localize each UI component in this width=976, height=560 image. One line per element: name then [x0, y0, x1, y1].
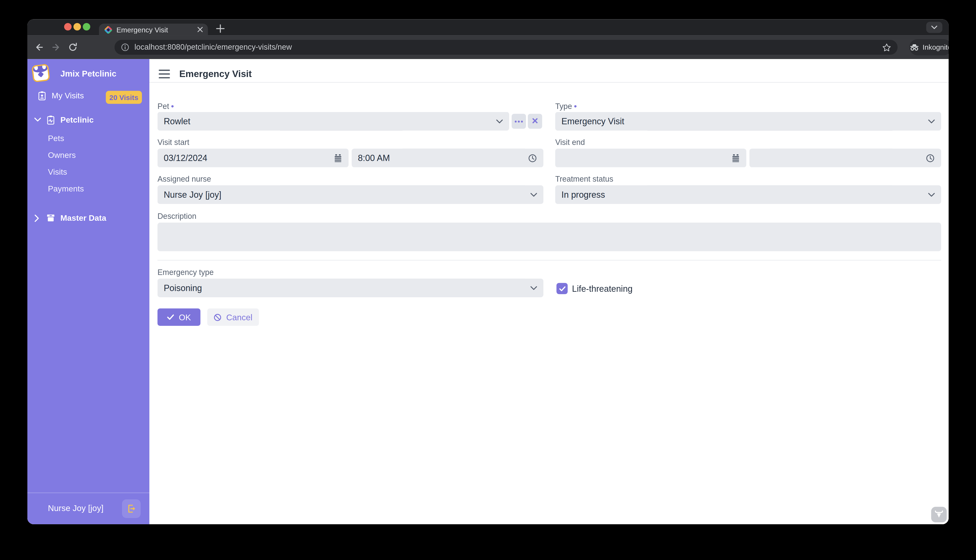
type-field-label: Type•: [555, 101, 577, 111]
pet-clear-button[interactable]: ✕: [528, 114, 542, 128]
app-brand: Jmix Petclinic: [60, 69, 116, 78]
jmix-favicon-icon: [104, 25, 112, 33]
pet-lookup-button[interactable]: [511, 114, 526, 128]
sidebar: Jmix Petclinic My Visits 20 Visits: [27, 59, 149, 524]
ellipsis-icon: [515, 120, 523, 122]
logout-icon: [126, 503, 136, 513]
tab-strip: Emergency Visit: [27, 19, 949, 35]
page-title: Emergency Visit: [179, 68, 252, 79]
description-textarea[interactable]: [157, 223, 941, 251]
visit-start-date-value: 03/12/2024: [164, 153, 334, 163]
visit-end-date-input[interactable]: [555, 148, 746, 167]
clock-icon: [528, 153, 537, 163]
archive-box-icon: [46, 213, 55, 223]
ban-icon: [214, 313, 222, 321]
forward-icon[interactable]: [51, 42, 61, 52]
url-bar[interactable]: localhost:8080/petclinic/emergency-visit…: [115, 40, 897, 55]
treatment-status-value: In progress: [562, 190, 928, 199]
screenshot-stage: Emergency Visit: [0, 0, 976, 560]
pet-field-label: Pet•: [157, 101, 174, 111]
sidebar-group-master-data[interactable]: Master Data: [34, 210, 106, 226]
life-threatening-checkbox[interactable]: [557, 283, 568, 294]
check-icon: [558, 286, 566, 291]
bookmark-star-icon[interactable]: [882, 43, 891, 52]
sidebar-group-petclinic[interactable]: Petclinic: [34, 111, 94, 128]
description-label: Description: [157, 212, 196, 221]
sidebar-group-label: Petclinic: [60, 115, 94, 124]
visit-end-time-input[interactable]: [750, 148, 941, 167]
pet-value: Rowlet: [164, 117, 496, 126]
new-tab-button[interactable]: [214, 22, 227, 35]
chevron-down-icon: [928, 119, 935, 123]
clock-icon: [926, 153, 935, 163]
calendar-icon: [731, 153, 740, 163]
calendar-icon: [334, 153, 342, 163]
chevron-down-icon: [34, 118, 41, 122]
back-icon[interactable]: [34, 42, 44, 52]
incognito-icon: [909, 43, 919, 51]
emergency-type-label: Emergency type: [157, 268, 214, 277]
tab-title: Emergency Visit: [117, 26, 193, 33]
form-section-divider: [157, 260, 941, 260]
tab-search-button[interactable]: [926, 22, 943, 33]
chevron-down-icon: [928, 192, 935, 197]
assigned-nurse-value: Nurse Joy [joy]: [164, 190, 530, 199]
clear-icon: ✕: [531, 117, 538, 125]
sidebar-group-label: Master Data: [60, 213, 106, 223]
chevron-down-icon: [496, 119, 503, 123]
life-threatening-label[interactable]: Life-threatening: [572, 283, 633, 293]
menu-toggle-button[interactable]: [159, 68, 170, 80]
clipboard-person-icon: [37, 90, 47, 100]
chevron-right-icon: [34, 214, 39, 222]
chevron-down-icon: [530, 192, 537, 197]
browser-toolbar: localhost:8080/petclinic/emergency-visit…: [27, 35, 949, 59]
sidebar-item-pets[interactable]: Pets: [48, 133, 64, 143]
type-select[interactable]: Emergency Visit: [555, 112, 941, 131]
treatment-status-select[interactable]: In progress: [555, 185, 941, 204]
visit-start-time-input[interactable]: 8:00 AM: [352, 148, 543, 167]
app-content: Jmix Petclinic My Visits 20 Visits: [27, 59, 949, 524]
treatment-status-label: Treatment status: [555, 175, 613, 183]
visit-start-date-input[interactable]: 03/12/2024: [157, 148, 349, 167]
cancel-button[interactable]: Cancel: [207, 308, 259, 326]
tab-close-icon[interactable]: [197, 27, 203, 32]
pet-select[interactable]: Rowlet: [157, 112, 509, 131]
zoom-window-button[interactable]: [83, 23, 90, 30]
visit-end-label: Visit end: [555, 138, 585, 147]
type-value: Emergency Visit: [562, 117, 928, 126]
emergency-type-value: Poisoning: [164, 283, 530, 293]
sidebar-footer-divider: [27, 493, 149, 493]
required-marker: •: [574, 101, 577, 111]
clipboard-pulse-icon: [46, 115, 55, 125]
incognito-label: Inkognito: [923, 43, 948, 51]
check-icon: [167, 314, 174, 320]
sidebar-item-my-visits[interactable]: My Visits: [37, 87, 84, 104]
logout-button[interactable]: [122, 499, 141, 518]
ok-button[interactable]: OK: [157, 308, 201, 326]
vaadin-icon: [934, 510, 944, 519]
required-marker: •: [171, 101, 174, 111]
assigned-nurse-label: Assigned nurse: [157, 175, 211, 183]
visit-start-label: Visit start: [157, 138, 189, 147]
close-window-button[interactable]: [64, 23, 72, 30]
visit-start-time-value: 8:00 AM: [358, 153, 528, 163]
dev-tools-button[interactable]: [931, 507, 947, 522]
visits-count-badge: 20 Visits: [106, 91, 142, 103]
sidebar-item-visits[interactable]: Visits: [48, 167, 67, 177]
browser-window: Emergency Visit: [27, 19, 949, 524]
site-info-icon[interactable]: [121, 43, 129, 52]
minimize-window-button[interactable]: [74, 23, 81, 30]
url-text[interactable]: localhost:8080/petclinic/emergency-visit…: [134, 43, 882, 52]
main-panel: Emergency Visit Pet• Type• Rowlet: [149, 59, 949, 524]
reload-icon[interactable]: [68, 42, 78, 52]
sidebar-item-payments[interactable]: Payments: [48, 184, 84, 193]
sidebar-item-owners[interactable]: Owners: [48, 150, 76, 160]
incognito-badge: Inkognito: [909, 39, 949, 55]
chevron-down-icon: [931, 25, 938, 29]
assigned-nurse-select[interactable]: Nurse Joy [joy]: [157, 185, 543, 204]
tab-emergency-visit[interactable]: Emergency Visit: [99, 23, 208, 35]
plus-icon: [214, 22, 227, 35]
petclinic-logo-icon: [32, 64, 50, 83]
emergency-type-select[interactable]: Poisoning: [157, 278, 543, 297]
header-divider: [149, 82, 949, 83]
